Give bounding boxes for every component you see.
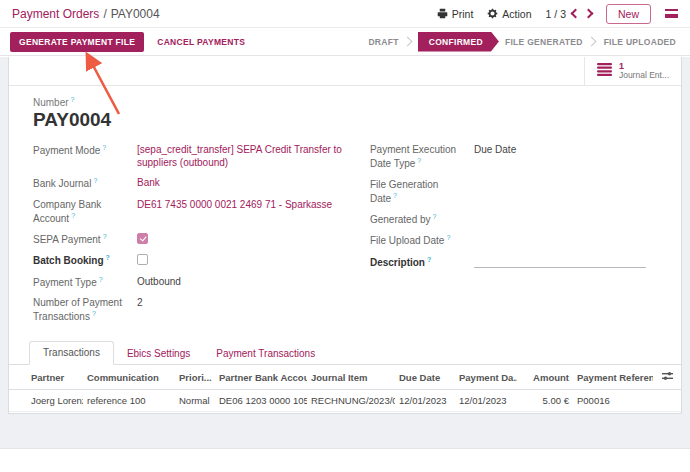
cell-due-date[interactable]: 12/01/2023 bbox=[395, 390, 455, 412]
cell-journal-item[interactable]: BNK1/2023/0101 (PAY00 bbox=[307, 412, 395, 414]
col-header-payment-reference[interactable]: Payment Referen... bbox=[573, 365, 653, 390]
notebook-tabs: Transactions Ebics Settings Payment Tran… bbox=[9, 340, 681, 365]
print-button[interactable]: Print bbox=[437, 8, 474, 20]
new-button[interactable]: New bbox=[606, 4, 651, 24]
table-row[interactable]: Joerg Lorenz reference 100 Normal DE06 1… bbox=[9, 390, 681, 412]
number-field-value: PAY0004 bbox=[33, 109, 657, 131]
top-navbar: Payment Orders / PAY0004 Print Action 1 … bbox=[0, 0, 690, 28]
control-bar: GENERATE PAYMENT FILE CANCEL PAYMENTS DR… bbox=[0, 28, 690, 56]
number-of-payment-transactions-value: 2 bbox=[137, 296, 143, 323]
cell-reference[interactable]: P00017 bbox=[573, 412, 653, 414]
cell-reference[interactable]: P00016 bbox=[573, 390, 653, 412]
nav-actions: Print Action 1 / 3 New bbox=[437, 4, 678, 24]
field-batch-booking: Batch Booking bbox=[33, 253, 370, 267]
tab-ebics-settings[interactable]: Ebics Settings bbox=[114, 343, 203, 365]
col-header-payment-date[interactable]: Payment Da... bbox=[455, 365, 517, 390]
table-header-row: Partner Communication Priori... Partner … bbox=[9, 365, 681, 390]
col-header-partner-bank-account[interactable]: Partner Bank Account bbox=[215, 365, 307, 390]
field-payment-type: Payment Type Outbound bbox=[33, 275, 370, 289]
pager-value: 1 / 3 bbox=[546, 8, 566, 20]
form-body: Number PAY0004 Payment Mode [sepa_credit… bbox=[9, 86, 681, 330]
col-header-priority[interactable]: Priori... bbox=[175, 365, 215, 390]
field-bank-journal: Bank Journal Bank bbox=[33, 176, 370, 190]
table-row[interactable]: Joerg Lorenz Vendor Payment 7.00 € - Nor… bbox=[9, 412, 681, 414]
action-label: Action bbox=[502, 8, 531, 20]
status-separator-icon bbox=[586, 37, 596, 47]
col-header-due-date[interactable]: Due Date bbox=[395, 365, 455, 390]
field-file-generation-date: File Generation Date bbox=[370, 178, 657, 205]
company-bank-account-value[interactable]: DE61 7435 0000 0021 2469 71 - Sparkasse bbox=[137, 198, 332, 225]
field-number-of-payment-transactions: Number of Payment Transactions 2 bbox=[33, 296, 370, 323]
field-description: Description bbox=[370, 255, 657, 269]
journal-entries-smart-button[interactable]: 1 Journal Ent... bbox=[584, 57, 681, 85]
description-input[interactable] bbox=[474, 255, 646, 268]
status-step-confirmed[interactable]: CONFIRMED bbox=[418, 32, 499, 52]
sepa-payment-checkbox[interactable] bbox=[137, 233, 148, 244]
col-header-communication[interactable]: Communication bbox=[83, 365, 175, 390]
payment-execution-date-type-label: Payment Execution Date Type bbox=[370, 143, 474, 170]
breadcrumb-parent[interactable]: Payment Orders bbox=[12, 7, 99, 21]
col-header-partner[interactable]: Partner bbox=[9, 365, 83, 390]
pager: 1 / 3 bbox=[546, 8, 592, 20]
cell-payment-date[interactable]: 12/01/2023 bbox=[455, 390, 517, 412]
gear-icon bbox=[487, 8, 498, 19]
breadcrumb-separator: / bbox=[103, 7, 106, 21]
menu-icon[interactable] bbox=[665, 9, 678, 18]
page-background: 1 Journal Ent... Number PAY0004 Payment … bbox=[0, 57, 690, 472]
action-button[interactable]: Action bbox=[487, 8, 531, 20]
generate-payment-file-button[interactable]: GENERATE PAYMENT FILE bbox=[10, 32, 144, 52]
cell-partner[interactable]: Joerg Lorenz bbox=[9, 390, 83, 412]
cell-communication[interactable]: Vendor Payment 7.00 € - bbox=[83, 412, 175, 414]
field-file-upload-date: File Upload Date bbox=[370, 233, 657, 247]
cell-priority[interactable]: Normal bbox=[175, 390, 215, 412]
tab-transactions[interactable]: Transactions bbox=[29, 341, 114, 365]
tab-payment-transactions[interactable]: Payment Transactions bbox=[203, 343, 328, 365]
status-separator-icon bbox=[402, 37, 412, 47]
bank-journal-value[interactable]: Bank bbox=[137, 176, 160, 190]
col-header-journal-item[interactable]: Journal Item bbox=[307, 365, 395, 390]
number-field-label: Number bbox=[33, 96, 657, 108]
cell-partner[interactable]: Joerg Lorenz bbox=[9, 412, 83, 414]
transactions-table: Partner Communication Priori... Partner … bbox=[9, 365, 681, 414]
batch-booking-label: Batch Booking bbox=[33, 253, 137, 267]
bank-journal-label: Bank Journal bbox=[33, 176, 137, 190]
cell-journal-item[interactable]: RECHNUNG/2023/0006 ( bbox=[307, 390, 395, 412]
cell-amount[interactable]: 7.00 € bbox=[517, 412, 573, 414]
form-sheet: 1 Journal Ent... Number PAY0004 Payment … bbox=[8, 57, 682, 414]
chevron-right-icon[interactable] bbox=[584, 9, 594, 19]
optional-columns-button[interactable] bbox=[653, 365, 681, 390]
generated-by-label: Generated by bbox=[370, 212, 474, 226]
payment-type-value: Outbound bbox=[137, 275, 181, 289]
form-left-column: Payment Mode [sepa_credit_transfer] SEPA… bbox=[33, 143, 370, 330]
chevron-left-icon[interactable] bbox=[571, 9, 581, 19]
cell-due-date[interactable]: 12/01/2023 bbox=[395, 412, 455, 414]
statusbar: DRAFT CONFIRMED FILE GENERATED FILE UPLO… bbox=[364, 32, 680, 52]
cell-priority[interactable]: Normal bbox=[175, 412, 215, 414]
description-label: Description bbox=[370, 255, 474, 269]
cell-bank-account[interactable]: DE06 1203 0000 1057 25 bbox=[215, 412, 307, 414]
cell-communication[interactable]: reference 100 bbox=[83, 390, 175, 412]
field-payment-execution-date-type: Payment Execution Date Type Due Date bbox=[370, 143, 657, 170]
cell-bank-account[interactable]: DE06 1203 0000 1057 25 bbox=[215, 390, 307, 412]
journal-entries-label: Journal Ent... bbox=[619, 71, 669, 81]
cell-payment-date[interactable]: 12/01/2023 bbox=[455, 412, 517, 414]
cell-amount[interactable]: 5.00 € bbox=[517, 390, 573, 412]
field-generated-by: Generated by bbox=[370, 212, 657, 226]
form-right-column: Payment Execution Date Type Due Date Fil… bbox=[370, 143, 657, 330]
chatter-area bbox=[0, 448, 690, 472]
status-step-file-generated[interactable]: FILE GENERATED bbox=[501, 37, 587, 47]
payment-type-label: Payment Type bbox=[33, 275, 137, 289]
status-step-draft[interactable]: DRAFT bbox=[364, 37, 402, 47]
payment-mode-label: Payment Mode bbox=[33, 143, 137, 169]
printer-icon bbox=[437, 8, 448, 19]
batch-booking-checkbox[interactable] bbox=[137, 254, 148, 265]
breadcrumb-current: PAY0004 bbox=[111, 7, 160, 21]
payment-mode-value[interactable]: [sepa_credit_transfer] SEPA Credit Trans… bbox=[137, 143, 352, 169]
status-step-file-uploaded[interactable]: FILE UPLOADED bbox=[600, 37, 680, 47]
file-upload-date-label: File Upload Date bbox=[370, 233, 474, 247]
cancel-payments-button[interactable]: CANCEL PAYMENTS bbox=[148, 32, 254, 52]
col-header-amount[interactable]: Amount bbox=[517, 365, 573, 390]
file-generation-date-label: File Generation Date bbox=[370, 178, 474, 205]
field-sepa-payment: SEPA Payment bbox=[33, 232, 370, 246]
breadcrumb: Payment Orders / PAY0004 bbox=[12, 7, 160, 21]
